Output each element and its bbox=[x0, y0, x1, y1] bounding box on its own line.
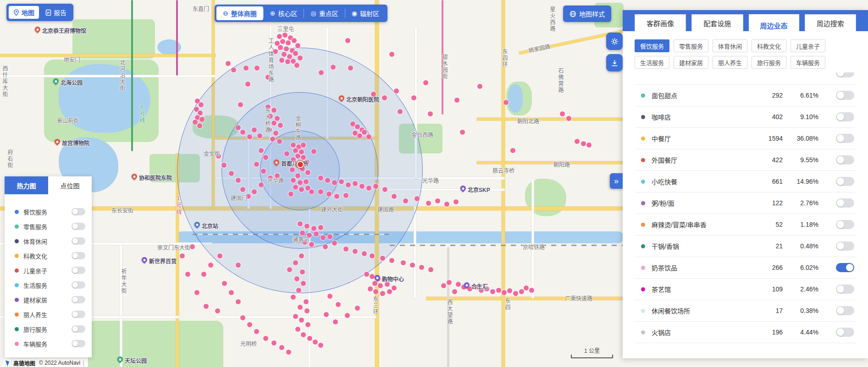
row-toggle[interactable] bbox=[836, 263, 854, 272]
row-toggle[interactable] bbox=[836, 91, 854, 100]
category-toggle[interactable] bbox=[72, 340, 85, 347]
metro-line-8 bbox=[131, 0, 133, 151]
row-toggle[interactable] bbox=[836, 155, 854, 164]
poi-dot bbox=[278, 123, 283, 128]
row-toggle[interactable] bbox=[836, 198, 854, 208]
category-toggle[interactable] bbox=[72, 237, 85, 245]
poi-dot bbox=[238, 102, 243, 107]
poi-dot bbox=[190, 244, 195, 249]
settings-button[interactable] bbox=[606, 33, 623, 50]
category-color-dot bbox=[15, 239, 19, 243]
category-color-dot bbox=[15, 268, 19, 273]
row-toggle[interactable] bbox=[836, 112, 854, 121]
heatmap-tab-热力图[interactable]: 热力图 bbox=[5, 176, 48, 194]
row-toggle[interactable] bbox=[836, 177, 854, 186]
map-label-金桐东路: 金桐东路 bbox=[294, 115, 302, 141]
map-label-西大望路: 西大望路 bbox=[446, 299, 453, 325]
poi-dot bbox=[236, 263, 241, 268]
poi-dot bbox=[566, 116, 571, 121]
chip-建材家居[interactable]: 建材家居 bbox=[674, 56, 708, 69]
category-toggle[interactable] bbox=[72, 208, 85, 215]
row-color-dot bbox=[641, 115, 645, 119]
panel-collapse-button[interactable]: » bbox=[610, 173, 623, 189]
scrolled-row-partial-toggle[interactable] bbox=[836, 72, 854, 77]
poi-dot bbox=[313, 340, 318, 345]
category-label: 儿童亲子 bbox=[23, 266, 72, 275]
poi-dot bbox=[331, 65, 336, 70]
row-toggle[interactable] bbox=[836, 306, 854, 315]
poi-dot bbox=[208, 263, 213, 268]
heatmap-tab-bar: 热力图点位图 bbox=[5, 176, 92, 194]
heatmap-tab-点位图[interactable]: 点位图 bbox=[48, 176, 92, 194]
poi-dot bbox=[460, 130, 465, 135]
chip-生活服务[interactable]: 生活服务 bbox=[635, 56, 669, 69]
poi-dot bbox=[293, 51, 298, 56]
map-style-button[interactable]: 地图样式 bbox=[563, 5, 611, 22]
poi-dot bbox=[348, 66, 353, 71]
chip-旅行服务[interactable]: 旅行服务 bbox=[752, 56, 786, 69]
category-toggle[interactable] bbox=[72, 311, 85, 318]
row-label: 面包甜点 bbox=[652, 91, 756, 100]
row-toggle[interactable] bbox=[836, 134, 854, 143]
chip-儿童亲子[interactable]: 儿童亲子 bbox=[791, 39, 825, 52]
row-count: 266 bbox=[756, 264, 783, 271]
category-toggle[interactable] bbox=[72, 296, 85, 303]
poi-dot bbox=[325, 178, 330, 183]
chip-科教文化[interactable]: 科教文化 bbox=[752, 39, 786, 52]
poi-dot bbox=[332, 241, 337, 246]
road-chaoyang bbox=[477, 161, 624, 164]
map-mode-button[interactable]: 地图 bbox=[9, 6, 39, 19]
row-percentage: 14.96% bbox=[783, 178, 818, 185]
analysis-tab-周边搜索[interactable]: 周边搜索 bbox=[805, 14, 856, 31]
category-toggle[interactable] bbox=[72, 281, 85, 289]
poi-dot bbox=[353, 181, 358, 186]
region-tab-label: 核心区 bbox=[278, 9, 297, 18]
chip-车辆服务[interactable]: 车辆服务 bbox=[791, 56, 825, 69]
map-label-8号线: 8号线 bbox=[138, 104, 146, 124]
poi-dot bbox=[304, 308, 310, 313]
row-toggle[interactable] bbox=[836, 241, 854, 251]
download-button[interactable] bbox=[606, 54, 623, 71]
chip-零售服务[interactable]: 零售服务 bbox=[674, 39, 708, 52]
region-tab-整体商圈[interactable]: ⊖整体商圈 bbox=[216, 6, 263, 20]
poi-dot bbox=[334, 194, 339, 199]
category-toggle[interactable] bbox=[72, 252, 85, 259]
row-toggle[interactable] bbox=[836, 220, 854, 229]
location-pin-icon bbox=[13, 9, 19, 16]
poi-dot bbox=[300, 230, 305, 236]
chip-丽人养生[interactable]: 丽人养生 bbox=[713, 56, 747, 69]
map-label-北京恭王府博物馆: 北京恭王府博物馆 bbox=[42, 27, 86, 34]
region-tab-辐射区[interactable]: ◉辐射区 bbox=[345, 6, 386, 20]
poi-dot bbox=[327, 294, 332, 299]
poi-dot bbox=[333, 319, 338, 324]
category-toggle[interactable] bbox=[72, 325, 85, 333]
row-color-dot bbox=[641, 244, 645, 248]
map-scale-bar bbox=[571, 355, 613, 358]
analysis-tab-客群画像[interactable]: 客群画像 bbox=[635, 14, 686, 31]
road bbox=[532, 179, 534, 298]
park-area-temple-of-heaven bbox=[88, 321, 223, 367]
map-label-崇文门东大街: 崇文门东大街 bbox=[157, 243, 190, 251]
poi-dot bbox=[389, 52, 394, 57]
region-tab-核心区[interactable]: ⊕核心区 bbox=[264, 6, 304, 20]
poi-dot bbox=[288, 192, 293, 197]
poi-dot bbox=[295, 43, 300, 48]
map-label-天坛公园: 天坛公园 bbox=[125, 356, 147, 364]
report-mode-button[interactable]: P 报告 bbox=[41, 6, 71, 19]
row-toggle[interactable] bbox=[836, 285, 854, 294]
category-toggle[interactable] bbox=[72, 223, 85, 230]
poi-dot bbox=[245, 82, 250, 87]
map-label-1号线: 1号线 bbox=[175, 195, 182, 215]
chip-餐饮服务[interactable]: 餐饮服务 bbox=[635, 39, 669, 52]
analysis-tab-周边业态[interactable]: 周边业态 bbox=[749, 14, 799, 36]
row-percentage: 6.61% bbox=[783, 92, 818, 99]
row-toggle[interactable] bbox=[836, 328, 854, 337]
row-label: 干锅/香锅 bbox=[652, 241, 756, 251]
poi-dot bbox=[229, 171, 234, 176]
region-tab-重点区[interactable]: ◎重点区 bbox=[304, 6, 344, 20]
trade-area-ring bbox=[260, 131, 340, 210]
analysis-tab-配套设施[interactable]: 配套设施 bbox=[691, 14, 743, 31]
map-label-首都儿研所: 首都儿研所 bbox=[281, 159, 309, 167]
category-toggle[interactable] bbox=[72, 267, 85, 274]
chip-体育休闲[interactable]: 体育休闲 bbox=[713, 39, 747, 52]
